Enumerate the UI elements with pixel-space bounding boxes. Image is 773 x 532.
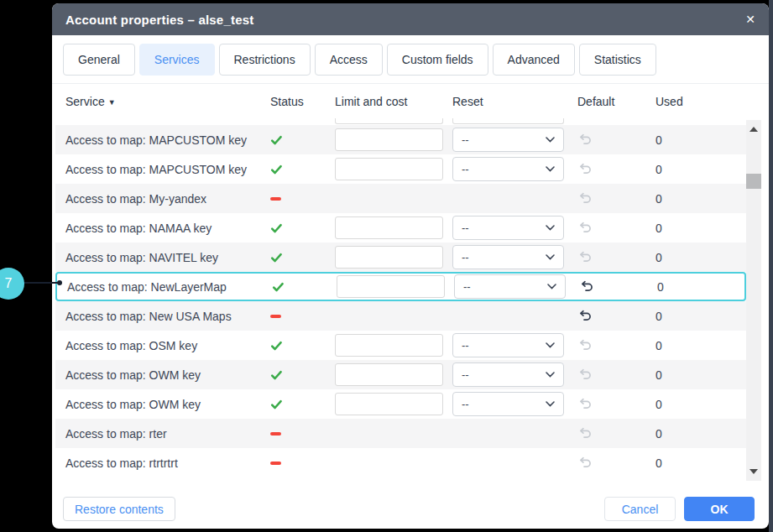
disabled-dash-icon xyxy=(270,197,281,201)
cancel-button[interactable]: Cancel xyxy=(604,497,676,521)
status-cell xyxy=(267,197,335,201)
reset-select[interactable]: -- xyxy=(454,274,566,299)
column-header-status: Status xyxy=(267,95,335,108)
limit-input[interactable] xyxy=(335,128,443,151)
column-header-service[interactable]: Service ▼ xyxy=(55,95,267,108)
tab-access[interactable]: Access xyxy=(315,44,383,76)
limit-input[interactable] xyxy=(335,246,443,269)
close-icon[interactable]: ✕ xyxy=(745,13,755,25)
dialog-title: Account properties – alse_test xyxy=(65,13,253,27)
limit-input[interactable] xyxy=(335,216,443,239)
scrollbar-thumb[interactable] xyxy=(746,174,761,189)
limit-input[interactable] xyxy=(335,363,443,386)
restore-default-button[interactable] xyxy=(577,337,593,353)
chevron-down-icon xyxy=(546,342,555,348)
limit-input[interactable] xyxy=(335,393,443,415)
used-value: 0 xyxy=(655,339,746,352)
tab-restrictions[interactable]: Restrictions xyxy=(219,44,311,76)
chevron-down-icon xyxy=(546,137,555,143)
column-header-limit: Limit and cost xyxy=(335,95,452,108)
enabled-check-icon xyxy=(270,134,283,146)
reset-select-value: -- xyxy=(462,368,469,381)
table-row: Access to map: MAPCUSTOM key--0 xyxy=(55,154,746,184)
restore-default-button[interactable] xyxy=(577,249,593,265)
service-name: Access to map: NAMAA key xyxy=(55,222,267,235)
table-row: Access to map: New USA Maps0 xyxy=(55,301,746,331)
limit-input[interactable] xyxy=(337,275,445,298)
restore-default-button[interactable] xyxy=(577,455,593,471)
reset-select[interactable]: -- xyxy=(452,245,564,269)
enabled-check-icon xyxy=(270,399,283,410)
service-name: Access to map: OSM key xyxy=(55,339,267,352)
restore-default-button[interactable] xyxy=(577,367,593,383)
reset-select[interactable]: -- xyxy=(452,157,564,181)
restore-default-button[interactable] xyxy=(577,308,593,324)
account-properties-dialog: Account properties – alse_test ✕ General… xyxy=(52,3,769,529)
table-body: Access to map: MAPCUSTOM key--0Access to… xyxy=(55,118,746,477)
disabled-dash-icon xyxy=(270,432,281,436)
tab-services[interactable]: Services xyxy=(139,44,215,76)
status-cell xyxy=(267,340,335,352)
restore-default-button[interactable] xyxy=(577,132,593,148)
status-cell xyxy=(267,432,335,436)
status-cell xyxy=(267,222,335,234)
status-cell xyxy=(269,281,337,293)
tab-advanced[interactable]: Advanced xyxy=(493,44,575,76)
reset-select[interactable]: -- xyxy=(452,392,564,416)
table-row: Access to map: rter0 xyxy=(55,419,746,448)
restore-default-button[interactable] xyxy=(579,279,595,295)
chevron-down-icon xyxy=(546,225,555,231)
table-row-highlighted: Access to map: NewLayerMap--0 xyxy=(55,272,746,301)
reset-select[interactable]: -- xyxy=(452,362,564,387)
vertical-scrollbar[interactable] xyxy=(746,120,761,481)
restore-default-button[interactable] xyxy=(577,220,593,236)
chevron-down-icon xyxy=(546,166,555,172)
tab-custom-fields[interactable]: Custom fields xyxy=(387,44,488,76)
disabled-dash-icon xyxy=(270,315,281,318)
table-row: Access to map: NAVITEL key--0 xyxy=(55,243,746,272)
limit-input[interactable] xyxy=(335,334,443,357)
tab-general[interactable]: General xyxy=(63,44,135,76)
restore-contents-button[interactable]: Restore contents xyxy=(63,497,175,521)
tab-statistics[interactable]: Statistics xyxy=(579,44,656,76)
used-value: 0 xyxy=(655,251,746,264)
service-name: Access to map: New USA Maps xyxy=(55,310,267,323)
restore-default-button[interactable] xyxy=(577,190,593,206)
reset-select-value: -- xyxy=(462,339,469,352)
clipped-limit-input xyxy=(335,118,443,124)
service-name: Access to map: NewLayerMap xyxy=(57,280,269,294)
clipped-reset-select xyxy=(452,118,564,124)
used-value: 0 xyxy=(655,368,746,382)
tab-bar: GeneralServicesRestrictionsAccessCustom … xyxy=(63,44,656,76)
enabled-check-icon xyxy=(270,252,283,263)
disabled-dash-icon xyxy=(270,462,281,465)
restore-default-button[interactable] xyxy=(577,396,593,412)
service-name: Access to map: OWM key xyxy=(55,368,267,382)
table-header: Service ▼ Status Limit and cost Reset De… xyxy=(55,84,746,118)
scroll-down-arrow-icon[interactable] xyxy=(749,469,758,474)
service-name: Access to map: MAPCUSTOM key xyxy=(55,163,267,176)
table-row: Access to map: OSM key--0 xyxy=(55,331,746,360)
partially-scrolled-row xyxy=(55,118,746,125)
reset-select[interactable]: -- xyxy=(452,216,564,240)
status-cell xyxy=(267,369,335,381)
restore-default-button[interactable] xyxy=(577,161,593,177)
used-value: 0 xyxy=(655,222,746,235)
status-cell xyxy=(267,252,335,263)
used-value: 0 xyxy=(655,456,746,470)
restore-default-button[interactable] xyxy=(577,425,593,441)
service-name: Access to map: MAPCUSTOM key xyxy=(55,133,267,147)
scroll-up-arrow-icon[interactable] xyxy=(749,127,758,132)
enabled-check-icon xyxy=(270,369,283,381)
status-cell xyxy=(267,315,335,318)
callout-dot xyxy=(57,280,62,285)
reset-select[interactable]: -- xyxy=(452,128,564,152)
callout-step-badge: 7 xyxy=(0,268,24,300)
enabled-check-icon xyxy=(272,281,285,293)
ok-button[interactable]: OK xyxy=(684,497,755,521)
column-header-default: Default xyxy=(574,95,655,108)
reset-select-value: -- xyxy=(462,222,469,234)
limit-input[interactable] xyxy=(335,158,443,180)
reset-select[interactable]: -- xyxy=(452,333,564,357)
backdrop-edge xyxy=(769,0,773,532)
